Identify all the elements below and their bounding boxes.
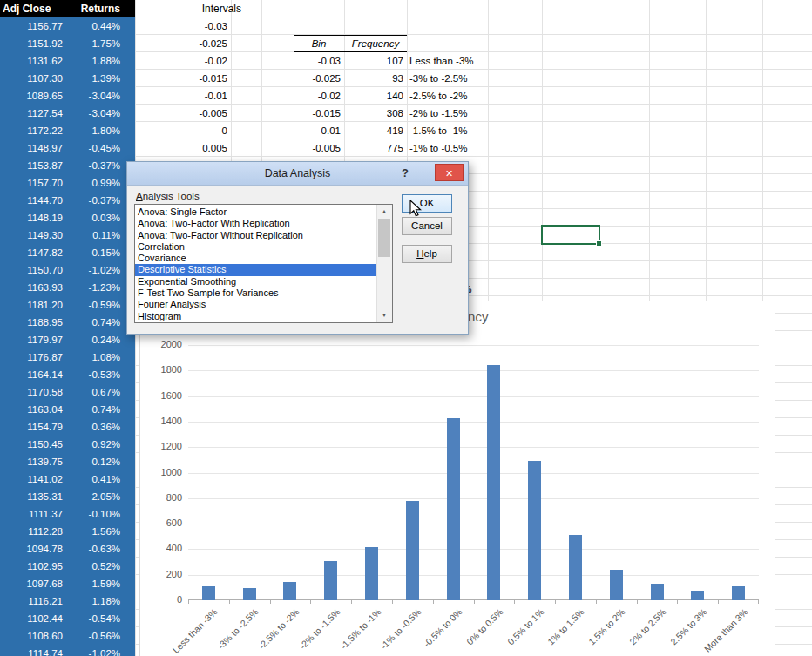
frequency-cell[interactable]: 419 xyxy=(344,122,403,139)
chart-gridline xyxy=(188,370,759,371)
excel-workbook: Adj Close Returns 1156.770.44%1151.921.7… xyxy=(0,0,812,656)
chart-bar xyxy=(283,582,296,600)
dialog-title: Data Analysis xyxy=(127,162,468,185)
chart-bar xyxy=(691,591,704,600)
list-item-anova-single-factor[interactable]: Anova: Single Factor xyxy=(135,206,392,218)
analysis-tools-items: Anova: Single FactorAnova: Two-Factor Wi… xyxy=(135,206,392,322)
list-item-histogram[interactable]: Histogram xyxy=(135,311,392,322)
scroll-up-icon[interactable]: ▲ xyxy=(377,205,391,219)
axis-tick-icon xyxy=(270,600,271,604)
list-item-covariance[interactable]: Covariance xyxy=(135,253,392,264)
fill-handle[interactable] xyxy=(596,240,602,247)
list-item-correlation[interactable]: Correlation xyxy=(135,241,392,253)
list-item-f-test-two-sample-for-variances[interactable]: F-Test Two-Sample for Variances xyxy=(135,287,392,299)
chart-bar xyxy=(732,586,745,600)
chart-bar xyxy=(243,588,256,600)
axis-tick-icon xyxy=(596,600,597,604)
chart-bar xyxy=(528,461,541,600)
scroll-down-icon[interactable]: ▼ xyxy=(377,308,391,322)
selected-cell[interactable] xyxy=(541,225,600,245)
axis-tick-icon xyxy=(310,600,311,604)
bin-cell[interactable]: -0.01 xyxy=(294,122,341,139)
frequency-cell[interactable]: 140 xyxy=(344,87,403,105)
axis-tick-icon xyxy=(433,600,434,604)
chart-gridline xyxy=(188,549,759,550)
listbox-scrollbar[interactable]: ▲ ▼ xyxy=(376,205,392,322)
chart-gridline xyxy=(188,524,759,524)
chart-gridline xyxy=(188,422,759,423)
y-axis-label: 200 xyxy=(140,569,182,579)
y-axis-label: 1600 xyxy=(140,390,182,401)
frequency-cell[interactable]: 93 xyxy=(344,70,403,87)
bin-cell[interactable]: -0.025 xyxy=(294,70,341,87)
chart-bar xyxy=(447,418,460,600)
chart-bar xyxy=(651,584,664,600)
range-label: Less than -3% xyxy=(409,52,474,70)
chart-bar xyxy=(406,501,419,600)
range-label: -1.5% to -1% xyxy=(409,122,467,139)
y-axis-label: 800 xyxy=(140,492,182,503)
chart-bar xyxy=(365,547,378,600)
list-item-exponential-smoothing[interactable]: Exponential Smoothing xyxy=(135,276,392,287)
axis-tick-icon xyxy=(474,600,475,604)
list-item-anova-two-factor-with-replication[interactable]: Anova: Two-Factor With Replication xyxy=(135,218,392,229)
y-axis-label: 1800 xyxy=(140,364,182,375)
axis-tick-icon xyxy=(758,600,759,604)
range-label: -3% to -2.5% xyxy=(409,70,467,87)
cancel-button[interactable]: Cancel xyxy=(402,217,452,235)
chart-bar xyxy=(569,535,582,600)
y-axis-label: 600 xyxy=(140,517,182,528)
chart-gridline xyxy=(188,447,759,448)
chart-bar xyxy=(610,570,623,600)
y-axis-label: 1400 xyxy=(140,416,182,426)
frequency-cell[interactable]: 308 xyxy=(344,105,403,122)
chart-gridline xyxy=(188,498,759,499)
axis-tick-icon xyxy=(555,600,556,604)
chart-gridline xyxy=(188,396,759,397)
axis-tick-icon xyxy=(351,600,352,604)
chart-gridline xyxy=(188,575,759,576)
frequency-cell[interactable]: 775 xyxy=(344,139,403,157)
range-label: -2.5% to -2% xyxy=(409,87,467,105)
axis-tick-icon xyxy=(229,600,230,604)
range-label: -1% to -0.5% xyxy=(409,139,467,157)
y-axis-label: 400 xyxy=(140,543,182,553)
frequency-cell[interactable]: 107 xyxy=(344,52,403,70)
close-icon[interactable]: ✕ xyxy=(435,164,464,181)
bin-cell[interactable]: -0.015 xyxy=(294,105,341,122)
help-icon[interactable]: ? xyxy=(396,162,414,185)
chart-bar xyxy=(487,365,500,600)
axis-tick-icon xyxy=(677,600,678,604)
chart-bar xyxy=(324,561,337,600)
help-button[interactable]: Help xyxy=(402,245,452,263)
list-item-fourier-analysis[interactable]: Fourier Analysis xyxy=(135,299,392,310)
y-axis-label: 2000 xyxy=(140,339,182,349)
analysis-tools-label: Analysis Tools xyxy=(136,191,200,201)
frequency-chart[interactable]: Frequency 200018001600140012001000800600… xyxy=(139,301,775,656)
ok-button[interactable]: OK xyxy=(402,194,452,213)
chart-gridline xyxy=(188,345,759,346)
y-axis-label: 1200 xyxy=(140,441,182,451)
analysis-tools-listbox[interactable]: Anova: Single FactorAnova: Two-Factor Wi… xyxy=(134,204,393,323)
list-item-anova-two-factor-without-replication[interactable]: Anova: Two-Factor Without Replication xyxy=(135,230,392,241)
axis-tick-icon xyxy=(718,600,719,604)
data-analysis-dialog: Data Analysis ? ✕ Analysis Tools Anova: … xyxy=(126,161,469,335)
scrollbar-thumb[interactable] xyxy=(378,219,390,257)
range-label: -2% to -1.5% xyxy=(409,105,467,122)
axis-tick-icon xyxy=(188,600,189,604)
list-item-descriptive-statistics[interactable]: Descriptive Statistics xyxy=(135,264,392,275)
chart-gridline xyxy=(188,473,759,474)
axis-tick-icon xyxy=(637,600,638,604)
y-axis-label: 0 xyxy=(140,594,182,605)
bin-cell[interactable]: -0.005 xyxy=(294,139,341,157)
axis-tick-icon xyxy=(392,600,393,604)
bin-cell[interactable]: -0.02 xyxy=(294,87,341,105)
dialog-title-bar[interactable]: Data Analysis ? ✕ xyxy=(127,162,468,186)
chart-plot-area xyxy=(188,345,759,600)
bin-cell[interactable]: -0.03 xyxy=(294,52,341,70)
y-axis-label: 1000 xyxy=(140,467,182,477)
axis-tick-icon xyxy=(514,600,515,604)
chart-bar xyxy=(202,586,215,600)
